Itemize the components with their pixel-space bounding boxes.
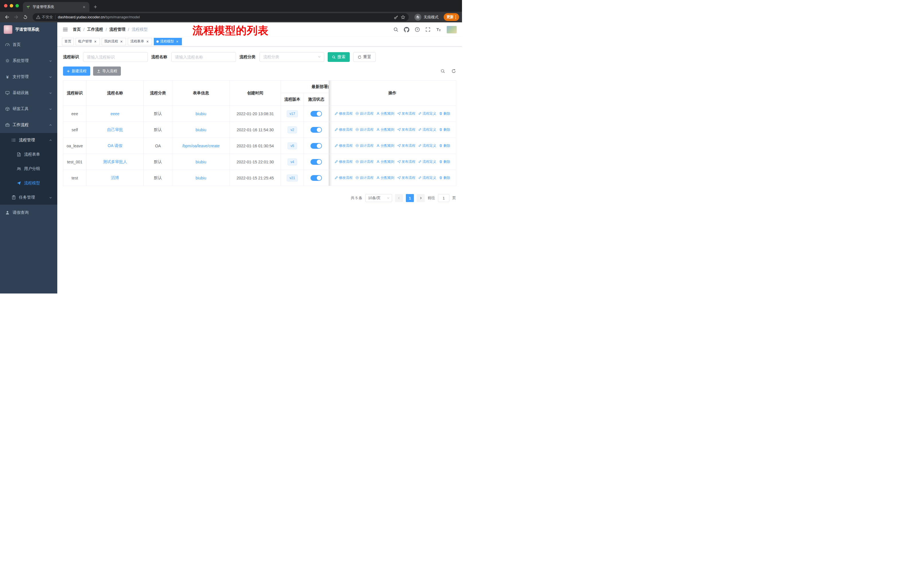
tag-tenant-management[interactable]: 租户管理 [76,38,100,45]
goto-page-input[interactable] [438,194,449,202]
close-icon[interactable] [119,40,124,43]
process-id-input[interactable] [83,52,148,62]
forward-icon[interactable] [12,13,20,21]
address-bar[interactable]: 不安全 dashboard.yudao.iocoder.cn/bpm/manag… [33,13,409,21]
reset-button[interactable]: 重置 [353,52,376,62]
edit-process-link[interactable]: 修改流程 [335,143,353,148]
process-name-link[interactable]: 自己审批 [107,127,123,132]
page-size-select[interactable]: 10条/页 [365,194,392,202]
sidebar-item-devtools[interactable]: 研发工具 [0,101,57,117]
search-button[interactable]: 搜索 [328,52,350,62]
assign-rule-link[interactable]: 分配规则 [376,143,394,148]
edit-process-link[interactable]: 修改流程 [335,159,353,164]
back-icon[interactable] [3,13,11,21]
version-badge[interactable]: v21 [287,175,298,182]
close-window-button[interactable] [4,4,7,7]
close-icon[interactable] [93,40,97,43]
browser-tab[interactable]: 芋道管理系统 [23,2,89,12]
active-toggle[interactable] [310,111,322,117]
design-process-link[interactable]: 设计流程 [355,175,373,180]
search-icon[interactable] [393,27,398,32]
fullscreen-icon[interactable] [425,27,431,32]
version-badge[interactable]: v5 [287,142,297,149]
assign-rule-link[interactable]: 分配规则 [376,127,394,132]
publish-process-link[interactable]: 发布流程 [397,159,415,164]
process-definition-link[interactable]: 流程定义 [418,127,436,132]
tag-my-processes[interactable]: 我的流程 [102,38,126,45]
github-icon[interactable] [404,27,409,32]
edit-process-link[interactable]: 修改流程 [335,111,353,116]
delete-link[interactable]: 删除 [439,111,450,116]
active-toggle[interactable] [310,175,322,181]
tag-home[interactable]: 首页 [62,38,74,45]
version-badge[interactable]: v2 [287,126,297,133]
form-link[interactable]: biubiu [196,176,206,180]
close-icon[interactable] [145,40,150,43]
sidebar-item-process-forms[interactable]: 流程表单 [0,147,57,162]
page-number-button[interactable]: 1 [406,194,414,202]
assign-rule-link[interactable]: 分配规则 [376,111,394,116]
process-name-link[interactable]: eeee [111,111,119,116]
process-category-select[interactable]: 流程分类 [259,52,324,62]
breadcrumb-workflow[interactable]: 工作流程 [87,27,103,32]
next-page-button[interactable] [417,194,425,202]
process-definition-link[interactable]: 流程定义 [418,159,436,164]
toggle-search-icon[interactable] [441,69,445,73]
hamburger-icon[interactable] [63,26,68,32]
publish-process-link[interactable]: 发布流程 [397,175,415,180]
avatar[interactable] [447,26,457,33]
breadcrumb-home[interactable]: 首页 [73,27,81,32]
incognito-profile-chip[interactable]: 无痕模式 [412,14,441,21]
edit-process-link[interactable]: 修改流程 [335,175,353,180]
minimize-window-button[interactable] [10,4,13,7]
bookmark-star-icon[interactable] [401,15,405,20]
publish-process-link[interactable]: 发布流程 [397,111,415,116]
delete-link[interactable]: 删除 [439,175,450,180]
edit-process-link[interactable]: 修改流程 [335,127,353,132]
process-name-link[interactable]: 测试多审批人 [103,159,127,164]
sidebar-item-task-management[interactable]: 任务管理 [0,190,57,205]
process-definition-link[interactable]: 流程定义 [418,111,436,116]
delete-link[interactable]: 删除 [439,143,450,148]
sidebar-item-process-management[interactable]: 流程管理 [0,133,57,147]
security-warning[interactable]: 不安全 [36,15,53,20]
close-icon[interactable] [175,40,179,43]
design-process-link[interactable]: 设计流程 [355,127,373,132]
form-link[interactable]: /bpm/oa/leave/create [182,144,220,148]
browser-update-button[interactable]: 更新 [444,13,459,21]
import-process-button[interactable]: 导入流程 [93,66,121,76]
sidebar-item-user-groups[interactable]: 用户分组 [0,162,57,176]
maximize-window-button[interactable] [15,4,19,7]
process-name-link[interactable]: OA 请假 [108,143,122,148]
delete-link[interactable]: 删除 [439,127,450,132]
delete-link[interactable]: 删除 [439,159,450,164]
assign-rule-link[interactable]: 分配规则 [376,159,394,164]
active-toggle[interactable] [310,127,322,133]
process-definition-link[interactable]: 流程定义 [418,143,436,148]
sidebar-item-process-models[interactable]: 流程模型 [0,176,57,190]
form-link[interactable]: biubiu [196,111,206,116]
process-name-link[interactable]: 滔博 [111,175,119,180]
tag-process-models[interactable]: 流程模型 [154,38,182,45]
version-badge[interactable]: v17 [287,110,298,117]
refresh-table-icon[interactable] [451,69,456,73]
publish-process-link[interactable]: 发布流程 [397,143,415,148]
font-size-icon[interactable] [436,27,441,32]
process-definition-link[interactable]: 流程定义 [418,175,436,180]
sidebar-item-leave-query[interactable]: 请假查询 [0,205,57,221]
tab-close-icon[interactable] [81,4,86,10]
tag-process-forms[interactable]: 流程表单 [128,38,152,45]
new-tab-button[interactable] [93,4,98,10]
design-process-link[interactable]: 设计流程 [355,159,373,164]
help-icon[interactable]: ? [415,27,420,32]
sidebar-item-infrastructure[interactable]: 基础设施 [0,85,57,101]
sidebar-item-system[interactable]: 系统管理 [0,53,57,69]
design-process-link[interactable]: 设计流程 [355,111,373,116]
sidebar-item-workflow[interactable]: 工作流程 [0,117,57,133]
breadcrumb-process-management[interactable]: 流程管理 [109,27,125,32]
prev-page-button[interactable] [395,194,403,202]
form-link[interactable]: biubiu [196,127,206,132]
active-toggle[interactable] [310,159,322,165]
version-badge[interactable]: v4 [287,159,297,165]
active-toggle[interactable] [310,143,322,149]
